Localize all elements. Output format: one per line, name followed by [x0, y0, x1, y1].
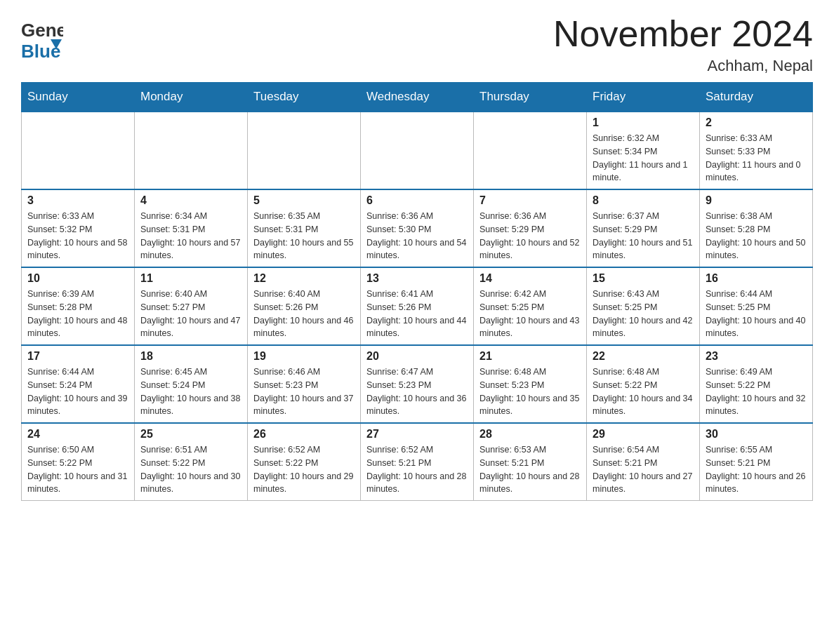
- day-info: Sunrise: 6:52 AMSunset: 5:21 PMDaylight:…: [366, 443, 468, 496]
- weekday-header-tuesday: Tuesday: [248, 83, 361, 112]
- day-cell: 13Sunrise: 6:41 AMSunset: 5:26 PMDayligh…: [361, 267, 474, 345]
- day-info: Sunrise: 6:46 AMSunset: 5:23 PMDaylight:…: [253, 365, 355, 418]
- day-number: 29: [593, 428, 694, 441]
- day-cell: 8Sunrise: 6:37 AMSunset: 5:29 PMDaylight…: [587, 189, 700, 267]
- weekday-header-monday: Monday: [135, 83, 248, 112]
- day-cell: 3Sunrise: 6:33 AMSunset: 5:32 PMDaylight…: [22, 189, 135, 267]
- day-info: Sunrise: 6:54 AMSunset: 5:21 PMDaylight:…: [593, 443, 694, 496]
- day-cell: 14Sunrise: 6:42 AMSunset: 5:25 PMDayligh…: [474, 267, 587, 345]
- day-info: Sunrise: 6:49 AMSunset: 5:22 PMDaylight:…: [706, 365, 807, 418]
- day-info: Sunrise: 6:39 AMSunset: 5:28 PMDaylight:…: [27, 288, 128, 340]
- day-number: 18: [140, 350, 241, 363]
- day-info: Sunrise: 6:43 AMSunset: 5:25 PMDaylight:…: [593, 288, 694, 340]
- day-number: 27: [366, 428, 468, 441]
- day-info: Sunrise: 6:38 AMSunset: 5:28 PMDaylight:…: [706, 210, 807, 262]
- day-cell: [22, 112, 135, 189]
- day-cell: 2Sunrise: 6:33 AMSunset: 5:33 PMDaylight…: [700, 112, 813, 189]
- day-cell: 24Sunrise: 6:50 AMSunset: 5:22 PMDayligh…: [22, 423, 135, 501]
- weekday-header-thursday: Thursday: [474, 83, 587, 112]
- day-number: 1: [593, 116, 694, 129]
- week-row-3: 10Sunrise: 6:39 AMSunset: 5:28 PMDayligh…: [22, 267, 813, 345]
- day-number: 26: [253, 428, 355, 441]
- day-number: 4: [140, 194, 241, 207]
- month-title: November 2024: [553, 14, 813, 54]
- day-number: 28: [479, 428, 581, 441]
- weekday-header-saturday: Saturday: [700, 83, 813, 112]
- day-number: 3: [27, 194, 128, 207]
- day-cell: 23Sunrise: 6:49 AMSunset: 5:22 PMDayligh…: [700, 345, 813, 423]
- day-cell: 6Sunrise: 6:36 AMSunset: 5:30 PMDaylight…: [361, 189, 474, 267]
- day-cell: 4Sunrise: 6:34 AMSunset: 5:31 PMDaylight…: [135, 189, 248, 267]
- day-cell: 26Sunrise: 6:52 AMSunset: 5:22 PMDayligh…: [248, 423, 361, 501]
- week-row-4: 17Sunrise: 6:44 AMSunset: 5:24 PMDayligh…: [22, 345, 813, 423]
- day-info: Sunrise: 6:44 AMSunset: 5:24 PMDaylight:…: [27, 365, 128, 418]
- svg-text:General: General: [21, 20, 63, 41]
- day-cell: 7Sunrise: 6:36 AMSunset: 5:29 PMDaylight…: [474, 189, 587, 267]
- day-number: 8: [593, 194, 694, 207]
- day-number: 11: [140, 272, 241, 285]
- day-info: Sunrise: 6:37 AMSunset: 5:29 PMDaylight:…: [593, 210, 694, 262]
- day-info: Sunrise: 6:35 AMSunset: 5:31 PMDaylight:…: [253, 210, 355, 262]
- day-cell: 28Sunrise: 6:53 AMSunset: 5:21 PMDayligh…: [474, 423, 587, 501]
- day-info: Sunrise: 6:34 AMSunset: 5:31 PMDaylight:…: [140, 210, 241, 262]
- week-row-5: 24Sunrise: 6:50 AMSunset: 5:22 PMDayligh…: [22, 423, 813, 501]
- day-info: Sunrise: 6:42 AMSunset: 5:25 PMDaylight:…: [479, 288, 581, 340]
- day-info: Sunrise: 6:32 AMSunset: 5:34 PMDaylight:…: [593, 132, 694, 185]
- day-info: Sunrise: 6:41 AMSunset: 5:26 PMDaylight:…: [366, 288, 468, 340]
- day-info: Sunrise: 6:40 AMSunset: 5:26 PMDaylight:…: [253, 288, 355, 340]
- day-cell: 18Sunrise: 6:45 AMSunset: 5:24 PMDayligh…: [135, 345, 248, 423]
- day-cell: 22Sunrise: 6:48 AMSunset: 5:22 PMDayligh…: [587, 345, 700, 423]
- day-info: Sunrise: 6:48 AMSunset: 5:23 PMDaylight:…: [479, 365, 581, 418]
- day-info: Sunrise: 6:40 AMSunset: 5:27 PMDaylight:…: [140, 288, 241, 340]
- title-block: November 2024 Achham, Nepal: [553, 14, 813, 75]
- page-header: General Blue November 2024 Achham, Nepal: [21, 14, 813, 75]
- day-cell: 9Sunrise: 6:38 AMSunset: 5:28 PMDaylight…: [700, 189, 813, 267]
- day-info: Sunrise: 6:52 AMSunset: 5:22 PMDaylight:…: [253, 443, 355, 496]
- day-cell: 16Sunrise: 6:44 AMSunset: 5:25 PMDayligh…: [700, 267, 813, 345]
- day-info: Sunrise: 6:48 AMSunset: 5:22 PMDaylight:…: [593, 365, 694, 418]
- day-cell: 17Sunrise: 6:44 AMSunset: 5:24 PMDayligh…: [22, 345, 135, 423]
- day-info: Sunrise: 6:51 AMSunset: 5:22 PMDaylight:…: [140, 443, 241, 496]
- day-info: Sunrise: 6:45 AMSunset: 5:24 PMDaylight:…: [140, 365, 241, 418]
- day-cell: 1Sunrise: 6:32 AMSunset: 5:34 PMDaylight…: [587, 112, 700, 189]
- day-number: 15: [593, 272, 694, 285]
- day-info: Sunrise: 6:53 AMSunset: 5:21 PMDaylight:…: [479, 443, 581, 496]
- day-cell: 25Sunrise: 6:51 AMSunset: 5:22 PMDayligh…: [135, 423, 248, 501]
- weekday-header-row: SundayMondayTuesdayWednesdayThursdayFrid…: [22, 83, 813, 112]
- day-cell: [474, 112, 587, 189]
- logo-icon: General Blue: [21, 14, 63, 63]
- day-cell: 5Sunrise: 6:35 AMSunset: 5:31 PMDaylight…: [248, 189, 361, 267]
- day-info: Sunrise: 6:55 AMSunset: 5:21 PMDaylight:…: [706, 443, 807, 496]
- day-number: 20: [366, 350, 468, 363]
- day-info: Sunrise: 6:44 AMSunset: 5:25 PMDaylight:…: [706, 288, 807, 340]
- weekday-header-wednesday: Wednesday: [361, 83, 474, 112]
- day-number: 9: [706, 194, 807, 207]
- day-cell: 10Sunrise: 6:39 AMSunset: 5:28 PMDayligh…: [22, 267, 135, 345]
- day-number: 10: [27, 272, 128, 285]
- day-cell: 20Sunrise: 6:47 AMSunset: 5:23 PMDayligh…: [361, 345, 474, 423]
- day-number: 6: [366, 194, 468, 207]
- day-number: 13: [366, 272, 468, 285]
- day-cell: 29Sunrise: 6:54 AMSunset: 5:21 PMDayligh…: [587, 423, 700, 501]
- day-number: 30: [706, 428, 807, 441]
- day-info: Sunrise: 6:47 AMSunset: 5:23 PMDaylight:…: [366, 365, 468, 418]
- day-cell: 27Sunrise: 6:52 AMSunset: 5:21 PMDayligh…: [361, 423, 474, 501]
- day-info: Sunrise: 6:33 AMSunset: 5:32 PMDaylight:…: [27, 210, 128, 262]
- day-cell: 12Sunrise: 6:40 AMSunset: 5:26 PMDayligh…: [248, 267, 361, 345]
- weekday-header-sunday: Sunday: [22, 83, 135, 112]
- day-cell: 21Sunrise: 6:48 AMSunset: 5:23 PMDayligh…: [474, 345, 587, 423]
- day-cell: [135, 112, 248, 189]
- day-cell: 30Sunrise: 6:55 AMSunset: 5:21 PMDayligh…: [700, 423, 813, 501]
- svg-text:Blue: Blue: [21, 41, 60, 62]
- day-cell: [248, 112, 361, 189]
- day-number: 17: [27, 350, 128, 363]
- day-info: Sunrise: 6:36 AMSunset: 5:29 PMDaylight:…: [479, 210, 581, 262]
- day-number: 24: [27, 428, 128, 441]
- week-row-1: 1Sunrise: 6:32 AMSunset: 5:34 PMDaylight…: [22, 112, 813, 189]
- day-number: 22: [593, 350, 694, 363]
- day-number: 2: [706, 116, 807, 129]
- weekday-header-friday: Friday: [587, 83, 700, 112]
- day-cell: 15Sunrise: 6:43 AMSunset: 5:25 PMDayligh…: [587, 267, 700, 345]
- day-info: Sunrise: 6:36 AMSunset: 5:30 PMDaylight:…: [366, 210, 468, 262]
- day-cell: 19Sunrise: 6:46 AMSunset: 5:23 PMDayligh…: [248, 345, 361, 423]
